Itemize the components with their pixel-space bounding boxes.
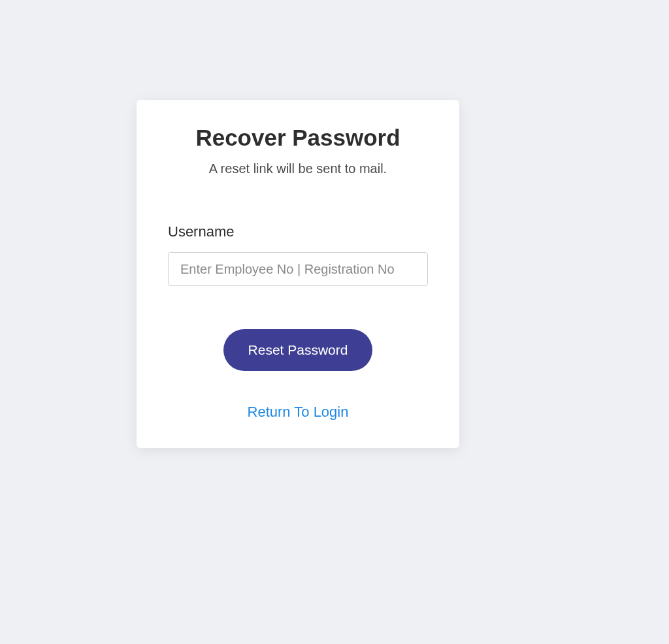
- page-title: Recover Password: [168, 125, 428, 151]
- return-to-login-link[interactable]: Return To Login: [248, 404, 349, 420]
- username-label: Username: [168, 223, 428, 240]
- reset-password-button[interactable]: Reset Password: [223, 329, 373, 371]
- page-subtitle: A reset link will be sent to mail.: [168, 161, 428, 176]
- username-input[interactable]: [168, 252, 428, 286]
- username-field-group: Username: [168, 223, 428, 286]
- button-container: Reset Password: [168, 329, 428, 371]
- link-container: Return To Login: [168, 404, 428, 421]
- recover-password-card: Recover Password A reset link will be se…: [137, 100, 459, 448]
